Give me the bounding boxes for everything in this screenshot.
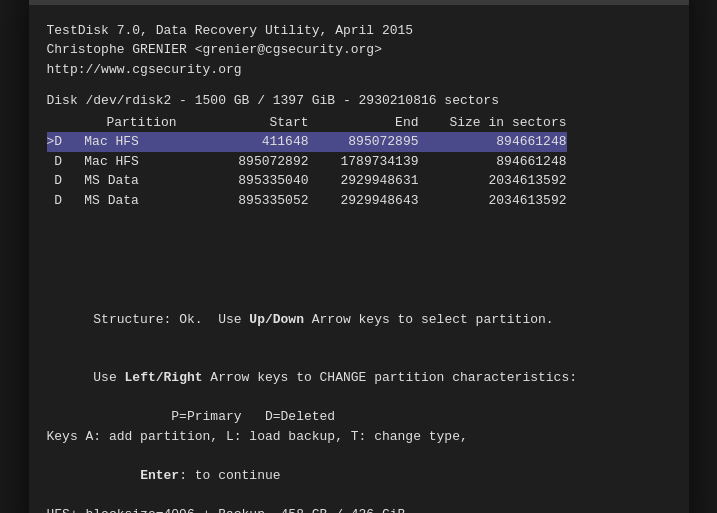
col-prefix: D xyxy=(47,191,77,211)
col-prefix: >D xyxy=(47,132,77,152)
disk-info: Disk /dev/rdisk2 - 1500 GB / 1397 GiB - … xyxy=(47,91,671,111)
col-prefix: D xyxy=(47,171,77,191)
footer-updown: Up/Down xyxy=(249,312,304,327)
line-3: http://www.cgsecurity.org xyxy=(47,60,671,80)
col-type: Mac HFS xyxy=(77,132,207,152)
footer-structure: Structure: Ok. Use xyxy=(93,312,249,327)
col-start: 411648 xyxy=(207,132,317,152)
col-prefix: D xyxy=(47,152,77,172)
footer-line-2: Use Left/Right Arrow keys to CHANGE part… xyxy=(47,349,671,408)
terminal-window: 1. testdisk TestDisk 7.0, Data Recovery … xyxy=(29,0,689,513)
table-row: D Mac HFS 895072892 1789734139 894661248 xyxy=(47,152,567,172)
col-start: 895335040 xyxy=(207,171,317,191)
col-type: MS Data xyxy=(77,171,207,191)
footer-line-1: Structure: Ok. Use Up/Down Arrow keys to… xyxy=(47,290,671,349)
col-end: 2929948643 xyxy=(317,191,427,211)
terminal-body: TestDisk 7.0, Data Recovery Utility, Apr… xyxy=(29,5,689,513)
table-header-row: Partition Start End Size in sectors xyxy=(47,113,567,133)
line-2: Christophe GRENIER <grenier@cgsecurity.o… xyxy=(47,40,671,60)
col-size: 2034613592 xyxy=(427,171,567,191)
col-start-header: Start xyxy=(207,113,317,133)
col-size: 894661248 xyxy=(427,132,567,152)
col-prefix-header xyxy=(47,113,77,133)
footer-leftright: Left/Right xyxy=(125,370,203,385)
col-partition-header: Partition xyxy=(77,113,207,133)
line-1: TestDisk 7.0, Data Recovery Utility, Apr… xyxy=(47,21,671,41)
col-end-header: End xyxy=(317,113,427,133)
col-start: 895335052 xyxy=(207,191,317,211)
footer-line-3: P=Primary D=Deleted xyxy=(47,407,671,427)
footer-line-6: HFS+ blocksize=4096 + Backup, 458 GB / 4… xyxy=(47,505,671,513)
col-type: Mac HFS xyxy=(77,152,207,172)
partition-table: Partition Start End Size in sectors >D M… xyxy=(47,113,567,211)
table-row: D MS Data 895335052 2929948643 203461359… xyxy=(47,191,567,211)
footer-leftright-label: Use xyxy=(93,370,124,385)
footer-enter-key: Enter xyxy=(140,468,179,483)
table-row: D MS Data 895335040 2929948631 203461359… xyxy=(47,171,567,191)
col-size: 2034613592 xyxy=(427,191,567,211)
titlebar: 1. testdisk xyxy=(29,0,689,5)
col-end: 2929948631 xyxy=(317,171,427,191)
col-size: 894661248 xyxy=(427,152,567,172)
footer-continue: : to continue xyxy=(179,468,280,483)
footer-enter-label xyxy=(93,468,140,483)
footer-change: Arrow keys to CHANGE partition character… xyxy=(203,370,577,385)
footer-line-4: Keys A: add partition, L: load backup, T… xyxy=(47,427,671,447)
col-type: MS Data xyxy=(77,191,207,211)
table-row: >D Mac HFS 411648 895072895 894661248 xyxy=(47,132,567,152)
footer-line-5: Enter: to continue xyxy=(47,446,671,505)
col-end: 1789734139 xyxy=(317,152,427,172)
col-end: 895072895 xyxy=(317,132,427,152)
col-size-header: Size in sectors xyxy=(427,113,567,133)
col-start: 895072892 xyxy=(207,152,317,172)
footer-arrow: Arrow keys to select partition. xyxy=(304,312,554,327)
